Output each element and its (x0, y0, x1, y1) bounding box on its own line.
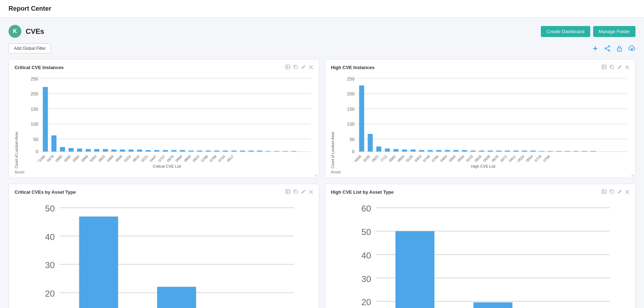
svg-text:60: 60 (361, 204, 371, 213)
card-actions-1 (285, 64, 313, 71)
svg-rect-115 (479, 151, 484, 152)
svg-rect-33 (77, 148, 82, 152)
svg-rect-103 (376, 146, 381, 151)
resize-handle-2[interactable]: ⇲ (631, 173, 634, 176)
svg-text:50: 50 (33, 137, 38, 142)
chart-wrapper-1: Count of Lucidum Asse 250 200 150 (15, 73, 313, 168)
svg-text:50: 50 (45, 204, 54, 213)
chart-svg-1: 250 200 150 100 50 0 (21, 73, 313, 162)
close-icon-2[interactable] (625, 65, 629, 71)
svg-text:200: 200 (31, 91, 38, 96)
svg-rect-37 (111, 150, 116, 152)
page-title-buttons: Create Dashboard Manage Folder (541, 26, 635, 37)
svg-rect-120 (522, 151, 527, 152)
svg-text:40: 40 (361, 251, 371, 260)
y-axis-label-1: Count of Lucidum Asse (15, 73, 19, 168)
resize-handle-1[interactable]: ⇲ (315, 173, 317, 176)
svg-rect-198 (395, 231, 434, 308)
card-title-4: High CVE List by Asset Type (331, 189, 394, 195)
svg-text:20: 20 (361, 297, 371, 307)
edit-icon-3[interactable] (301, 189, 306, 195)
page-title: CVEs (26, 27, 44, 36)
cloud-upload-icon[interactable] (628, 45, 635, 52)
svg-rect-108 (419, 150, 424, 151)
svg-rect-111 (445, 150, 450, 151)
y-axis-label-3: Count of Critical CVE (15, 198, 19, 308)
card-header-2: High CVE Instances (331, 64, 629, 71)
close-icon-1[interactable] (309, 65, 313, 71)
svg-point-3 (608, 50, 610, 51)
edit-icon-4[interactable] (617, 189, 622, 195)
svg-rect-43 (163, 150, 168, 151)
svg-rect-118 (505, 151, 510, 152)
svg-text:100: 100 (347, 121, 354, 127)
svg-rect-105 (394, 149, 398, 152)
svg-rect-49 (214, 151, 219, 152)
copy-icon-3[interactable] (293, 189, 298, 195)
svg-rect-56 (274, 151, 279, 151)
edit-icon-1[interactable] (301, 64, 306, 71)
svg-rect-47 (197, 151, 202, 152)
svg-rect-86 (611, 66, 614, 69)
toolbar-icons (592, 45, 635, 52)
svg-rect-181 (611, 190, 614, 193)
card-actions-3 (285, 189, 313, 195)
share-icon[interactable] (604, 45, 611, 52)
svg-rect-124 (556, 151, 561, 151)
copy-icon-4[interactable] (609, 189, 614, 195)
svg-rect-41 (146, 150, 151, 151)
svg-rect-53 (249, 151, 254, 152)
table-icon-2[interactable] (602, 64, 607, 71)
add-global-filter-button[interactable]: Add Global Filter (9, 43, 51, 53)
svg-rect-106 (402, 150, 407, 152)
svg-rect-31 (60, 147, 65, 152)
svg-rect-122 (539, 151, 544, 151)
svg-text:150: 150 (31, 106, 38, 112)
svg-text:0: 0 (36, 149, 38, 154)
svg-rect-82 (602, 65, 606, 69)
card-title-2: High CVE Instances (331, 65, 375, 70)
svg-rect-110 (436, 150, 441, 151)
svg-text:250: 250 (347, 76, 354, 82)
copy-icon-1[interactable] (293, 64, 298, 71)
add-icon[interactable] (592, 45, 598, 52)
svg-text:250: 250 (31, 76, 38, 82)
y-axis-label-2: Count of Lucidum Asse (331, 73, 335, 168)
svg-rect-58 (291, 151, 296, 151)
close-icon-4[interactable] (625, 189, 629, 195)
svg-text:200: 200 (347, 91, 354, 96)
svg-rect-114 (471, 151, 476, 152)
svg-rect-123 (548, 151, 553, 151)
svg-text:CVE-2020-14005: CVE-2020-14005 (340, 154, 362, 162)
svg-rect-101 (359, 85, 364, 152)
chart-card-high-cve-asset-type: High CVE List by Asset Type (325, 184, 635, 308)
svg-rect-10 (286, 65, 290, 69)
chart-svg-4: 60 50 40 30 20 10 0 VM (337, 198, 629, 308)
edit-icon-2[interactable] (617, 64, 622, 71)
svg-text:0: 0 (352, 149, 355, 154)
copy-icon-2[interactable] (609, 64, 614, 71)
table-icon-1[interactable] (285, 64, 290, 71)
svg-rect-36 (103, 149, 108, 152)
svg-rect-127 (582, 151, 587, 151)
lock-icon[interactable] (616, 45, 623, 52)
svg-point-4 (605, 48, 606, 49)
svg-text:30: 30 (45, 260, 54, 270)
close-icon-3[interactable] (309, 189, 313, 195)
svg-rect-152 (286, 189, 290, 194)
card-header-3: Critical CVEs by Asset Type (15, 189, 313, 195)
svg-text:50: 50 (349, 137, 354, 142)
svg-rect-14 (295, 66, 297, 69)
svg-rect-177 (602, 189, 606, 194)
svg-rect-109 (428, 150, 433, 151)
chart-card-critical-cve-instances: Critical CVE Instances (9, 59, 319, 178)
table-icon-4[interactable] (602, 189, 607, 195)
card-title-3: Critical CVEs by Asset Type (15, 189, 76, 195)
create-dashboard-button[interactable]: Create Dashboard (541, 26, 590, 37)
svg-rect-156 (295, 190, 297, 193)
table-icon-3[interactable] (285, 189, 290, 195)
manage-folder-button[interactable]: Manage Folder (593, 26, 635, 37)
page-content: K CVEs Create Dashboard Manage Folder Ad… (0, 18, 644, 308)
card-actions-4 (602, 189, 629, 195)
x-axis-label-1: Critical CVE List (21, 164, 313, 168)
